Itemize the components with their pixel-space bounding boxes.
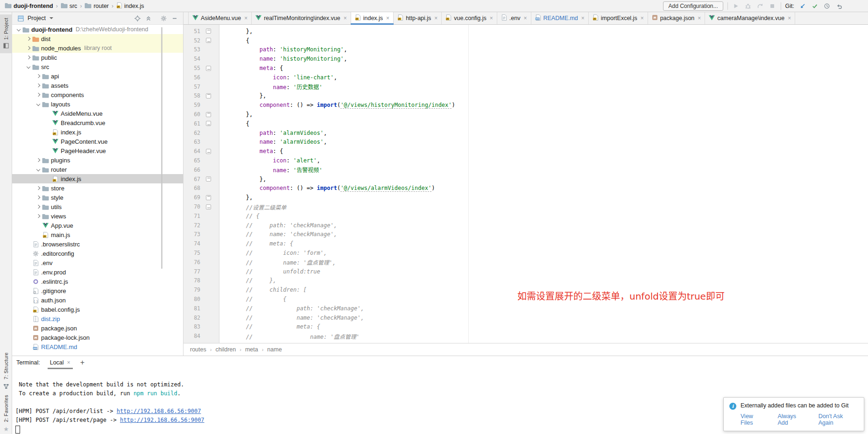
git-history-button[interactable] [823, 2, 831, 10]
structure-icon[interactable] [3, 384, 9, 391]
code-editor[interactable]: 51 },52 {53 path: 'historyMonitoring',54… [183, 25, 868, 343]
tab-close-icon[interactable]: × [344, 15, 347, 21]
favorites-star-icon[interactable]: ★ [3, 426, 9, 432]
tree-item-babel.config.js[interactable]: JSbabel.config.js [12, 305, 183, 314]
fold-marker-icon[interactable] [206, 66, 211, 71]
tab-close-icon[interactable]: × [698, 15, 701, 21]
tab-close-icon[interactable]: × [523, 15, 527, 21]
tree-item-utils[interactable]: utils [12, 202, 183, 211]
tool-strip-structure-tab[interactable]: 7: Structure [3, 352, 9, 379]
editor-tab-package.json[interactable]: package.json× [648, 12, 706, 24]
tree-item-PageContent.vue[interactable]: PageContent.vue [12, 137, 183, 146]
fold-marker-icon[interactable] [206, 121, 211, 126]
project-panel-title[interactable]: Project [28, 15, 46, 21]
tree-item-.env.prod[interactable]: .env.prod [12, 267, 183, 277]
close-icon[interactable]: × [67, 359, 71, 366]
tree-item-router[interactable]: router [12, 165, 183, 174]
collapse-all-button[interactable] [144, 14, 153, 22]
fold-marker-icon[interactable] [206, 38, 211, 43]
tree-item-index.js[interactable]: JSindex.js [12, 174, 183, 183]
tree-item-style[interactable]: style [12, 193, 183, 202]
chevron-down-icon[interactable] [35, 168, 42, 171]
fold-marker-icon[interactable] [206, 112, 211, 117]
chevron-right-icon[interactable] [25, 37, 32, 40]
fold-marker-icon[interactable] [206, 149, 211, 154]
git-commit-button[interactable] [811, 2, 819, 10]
panel-settings-button[interactable] [159, 14, 168, 22]
tool-strip-project-tab[interactable]: 1: Project [0, 14, 12, 53]
tab-close-icon[interactable]: × [386, 15, 389, 21]
editor-tab-.env[interactable]: .env× [497, 12, 531, 24]
chevron-right-icon[interactable] [35, 187, 42, 189]
tab-close-icon[interactable]: × [581, 15, 585, 21]
tree-item-src[interactable]: src [12, 62, 183, 71]
path-breadcrumb-item[interactable]: duoji-frontend [5, 2, 53, 10]
tree-item-views[interactable]: views [12, 211, 183, 221]
tree-item-duoji-frontend[interactable]: duoji-frontendD:\zheheWeb\duoji-frontend [12, 25, 183, 34]
chevron-right-icon[interactable] [25, 56, 32, 59]
path-breadcrumb-item[interactable]: src [61, 2, 78, 10]
notification-action-view-files[interactable]: View Files [741, 413, 767, 426]
fold-marker-icon[interactable] [206, 93, 211, 98]
tree-item-store[interactable]: store [12, 183, 183, 193]
fold-marker-icon[interactable] [206, 176, 211, 182]
editor-tab-vue.config.js[interactable]: JSvue.config.js× [442, 12, 497, 24]
profiler-button[interactable] [756, 2, 764, 10]
tree-item-index.js[interactable]: JSindex.js [12, 127, 183, 137]
fold-marker-icon[interactable] [206, 28, 211, 34]
terminal-link[interactable]: http://192.168.66.56:9007 [117, 408, 201, 414]
tree-item-auth.json[interactable]: { }auth.json [12, 295, 183, 305]
hide-panel-button[interactable] [170, 14, 179, 22]
path-breadcrumb-item[interactable]: JSindex.js [116, 2, 144, 10]
new-terminal-button[interactable]: + [80, 359, 85, 366]
tree-item-layouts[interactable]: layouts [12, 99, 183, 109]
notification-action-don-t-ask-again[interactable]: Don't Ask Again [819, 413, 858, 426]
tree-item-plugins[interactable]: plugins [12, 155, 183, 165]
tree-item-AsideMenu.vue[interactable]: AsideMenu.vue [12, 109, 183, 118]
chevron-right-icon[interactable] [35, 196, 42, 199]
editor-tab-README.md[interactable]: MDREADME.md× [531, 12, 589, 24]
git-rollback-button[interactable] [835, 2, 843, 10]
stop-button[interactable] [769, 2, 776, 10]
editor-tab-AsideMenu.vue[interactable]: AsideMenu.vue× [188, 12, 252, 24]
tree-item-assets[interactable]: assets [12, 81, 183, 90]
editor-tab-importExcel.js[interactable]: JSimportExcel.js× [589, 12, 648, 24]
tree-item-.env[interactable]: .env [12, 258, 183, 267]
notification-action-always-add[interactable]: Always Add [778, 413, 807, 426]
tree-item-README.md[interactable]: MDREADME.md [12, 342, 183, 351]
tree-item-PageHeader.vue[interactable]: PageHeader.vue [12, 146, 183, 155]
tree-item-.gitignore[interactable]: .gitignore [12, 286, 183, 295]
tree-item-App.vue[interactable]: App.vue [12, 221, 183, 230]
chevron-down-icon[interactable] [15, 28, 22, 31]
terminal-tab-local[interactable]: Local × [48, 356, 73, 369]
chevron-right-icon[interactable] [25, 47, 32, 49]
chevron-right-icon[interactable] [35, 205, 42, 208]
tree-item-Breadcrumb.vue[interactable]: Breadcrumb.vue [12, 118, 183, 127]
chevron-right-icon[interactable] [35, 159, 42, 161]
editor-breadcrumb-item[interactable]: routes [190, 346, 206, 353]
chevron-right-icon[interactable] [35, 84, 42, 87]
tree-item-node_modules[interactable]: node_moduleslibrary root [12, 43, 183, 53]
editor-breadcrumb-item[interactable]: meta [245, 346, 258, 353]
chevron-down-icon[interactable] [25, 65, 32, 68]
tree-item-.browserslistrc[interactable]: .browserslistrc [12, 239, 183, 249]
tree-item-.editorconfig[interactable]: .editorconfig [12, 249, 183, 258]
tree-item-main.js[interactable]: JSmain.js [12, 230, 183, 239]
tab-close-icon[interactable]: × [490, 15, 493, 21]
editor-breadcrumb-item[interactable]: name [267, 346, 282, 353]
editor-tab-realTimeMonitoring-index.vue[interactable]: realTimeMonitoring\index.vue× [252, 12, 351, 24]
tree-item-dist[interactable]: dist [12, 34, 183, 43]
tab-close-icon[interactable]: × [641, 15, 644, 21]
editor-tab-index.js[interactable]: JSindex.js× [351, 12, 394, 24]
debug-button[interactable] [744, 2, 752, 10]
project-scrollbar-thumb[interactable] [161, 27, 162, 269]
fold-marker-icon[interactable] [206, 204, 211, 210]
add-configuration-button[interactable]: Add Configuration... [663, 1, 723, 11]
tree-item-api[interactable]: api [12, 71, 183, 81]
tree-item-package.json[interactable]: package.json [12, 323, 183, 333]
tab-close-icon[interactable]: × [434, 15, 438, 21]
locate-file-button[interactable] [133, 14, 141, 22]
tab-close-icon[interactable]: × [788, 15, 791, 21]
chevron-right-icon[interactable] [35, 215, 42, 217]
tree-item-package-lock.json[interactable]: package-lock.json [12, 333, 183, 342]
